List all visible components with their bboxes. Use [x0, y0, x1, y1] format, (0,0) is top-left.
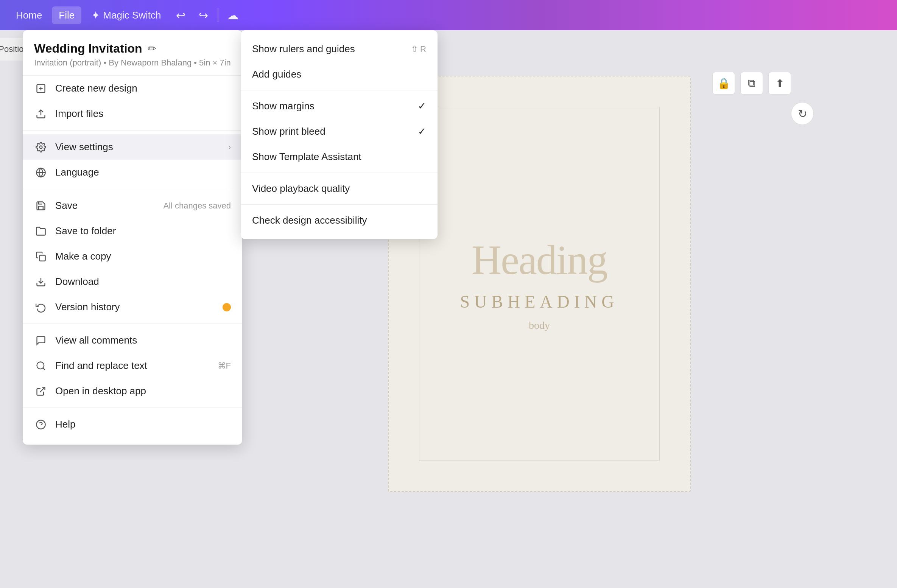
video-playback-quality-label: Video playback quality	[252, 183, 426, 194]
view-settings-icon	[34, 142, 48, 152]
svg-line-11	[40, 387, 45, 392]
view-settings-arrow-icon: ›	[228, 142, 231, 152]
save-icon	[34, 201, 48, 211]
find-replace-shortcut: ⌘F	[218, 361, 231, 371]
menu-item-import-files[interactable]: Import files	[23, 101, 242, 126]
submenu-divider-2	[241, 173, 438, 173]
svg-point-9	[37, 362, 44, 369]
version-history-label: Version history	[55, 301, 215, 313]
show-margins-label: Show margins	[252, 100, 410, 112]
view-settings-label: View settings	[55, 141, 221, 153]
magic-switch-label: Magic Switch	[103, 9, 161, 21]
version-history-icon	[34, 302, 48, 313]
find-replace-label: Find and replace text	[55, 360, 210, 372]
menu-item-view-settings[interactable]: View settings ›	[23, 134, 242, 160]
menu-item-help[interactable]: Help	[23, 412, 242, 437]
cloud-icon: ☁	[227, 9, 238, 22]
save-folder-label: Save to folder	[55, 225, 231, 237]
menu-item-save-to-folder[interactable]: Save to folder	[23, 218, 242, 244]
submenu-item-video-playback-quality[interactable]: Video playback quality	[241, 176, 438, 201]
cloud-save-button[interactable]: ☁	[223, 5, 243, 25]
comments-icon	[34, 335, 48, 346]
submenu-item-add-guides[interactable]: Add guides	[241, 62, 438, 87]
show-rulers-shortcut: ⇧ R	[411, 44, 426, 54]
save-folder-icon	[34, 226, 48, 236]
divider-2	[23, 189, 242, 189]
svg-point-4	[40, 146, 42, 148]
r-key: R	[420, 44, 426, 54]
menu-item-save[interactable]: Save All changes saved	[23, 193, 242, 218]
dropdown-title: Wedding Invitation	[34, 42, 142, 56]
add-guides-label: Add guides	[252, 68, 426, 80]
submenu-item-check-design-accessibility[interactable]: Check design accessibility	[241, 208, 438, 233]
share-button[interactable]: ⬆	[768, 72, 791, 95]
help-label: Help	[55, 418, 231, 430]
submenu-item-show-margins[interactable]: Show margins ✓	[241, 93, 438, 119]
submenu-item-show-print-bleed[interactable]: Show print bleed ✓	[241, 119, 438, 144]
download-label: Download	[55, 276, 231, 288]
canvas-heading: Heading	[472, 236, 607, 284]
create-new-icon	[34, 83, 48, 94]
create-new-label: Create new design	[55, 82, 231, 94]
show-print-bleed-check-icon: ✓	[418, 126, 426, 137]
menu-item-language[interactable]: Language	[23, 160, 242, 185]
save-status: All changes saved	[163, 201, 231, 211]
save-label: Save	[55, 200, 156, 212]
home-button[interactable]: Home	[9, 6, 49, 24]
lock-button[interactable]: 🔒	[712, 72, 735, 95]
find-replace-icon	[34, 361, 48, 371]
divider-4	[23, 408, 242, 408]
version-history-badge	[223, 303, 231, 311]
topbar-divider	[218, 8, 218, 22]
undo-icon: ↩	[176, 9, 185, 22]
check-design-accessibility-label: Check design accessibility	[252, 215, 426, 226]
import-files-label: Import files	[55, 108, 231, 120]
menu-item-view-comments[interactable]: View all comments	[23, 328, 242, 353]
dropdown-header: Wedding Invitation ✏ Invitation (portrai…	[23, 38, 242, 76]
submenu-item-show-rulers[interactable]: Show rulers and guides ⇧ R	[241, 36, 438, 62]
language-label: Language	[55, 166, 231, 178]
file-dropdown: Wedding Invitation ✏ Invitation (portrai…	[23, 30, 242, 445]
menu-item-open-desktop[interactable]: Open in desktop app	[23, 378, 242, 404]
view-comments-label: View all comments	[55, 334, 231, 346]
make-copy-label: Make a copy	[55, 250, 231, 262]
submenu-divider-1	[241, 90, 438, 90]
menu-item-find-replace[interactable]: Find and replace text ⌘F	[23, 353, 242, 378]
redo-icon: ↪	[199, 9, 208, 22]
divider-1	[23, 130, 242, 131]
undo-button[interactable]: ↩	[171, 5, 190, 25]
shift-key-icon: ⇧	[411, 44, 418, 54]
menu-item-make-copy[interactable]: Make a copy	[23, 244, 242, 269]
menu-item-version-history[interactable]: Version history	[23, 294, 242, 320]
language-icon	[34, 167, 48, 178]
open-desktop-icon	[34, 386, 48, 397]
make-copy-icon	[34, 251, 48, 262]
refresh-button[interactable]: ↻	[791, 102, 814, 125]
redo-button[interactable]: ↪	[193, 5, 213, 25]
help-icon	[34, 419, 48, 430]
magic-switch-icon: ✦	[91, 9, 100, 22]
download-icon	[34, 277, 48, 287]
menu-item-create-new[interactable]: Create new design	[23, 76, 242, 101]
open-desktop-label: Open in desktop app	[55, 385, 231, 397]
divider-3	[23, 324, 242, 324]
svg-rect-7	[40, 255, 45, 261]
svg-line-10	[43, 368, 45, 370]
show-template-assistant-label: Show Template Assistant	[252, 151, 426, 163]
show-rulers-label: Show rulers and guides	[252, 43, 403, 55]
duplicate-button[interactable]: ⧉	[740, 72, 763, 95]
magic-switch-button[interactable]: ✦ Magic Switch	[84, 6, 168, 25]
topbar: Home File ✦ Magic Switch ↩ ↪ ☁	[0, 0, 897, 30]
view-settings-submenu: Show rulers and guides ⇧ R Add guides Sh…	[241, 30, 438, 239]
show-margins-check-icon: ✓	[418, 100, 426, 112]
submenu-divider-3	[241, 204, 438, 205]
edit-title-icon[interactable]: ✏	[148, 42, 156, 55]
show-print-bleed-label: Show print bleed	[252, 126, 410, 137]
menu-item-download[interactable]: Download	[23, 269, 242, 294]
file-button[interactable]: File	[52, 6, 81, 24]
dropdown-subtitle: Invitation (portrait) • By Newaporn Bhal…	[34, 58, 231, 68]
canvas-top-buttons: 🔒 ⧉ ⬆	[712, 72, 791, 95]
import-files-icon	[34, 109, 48, 119]
submenu-item-show-template-assistant[interactable]: Show Template Assistant	[241, 144, 438, 170]
